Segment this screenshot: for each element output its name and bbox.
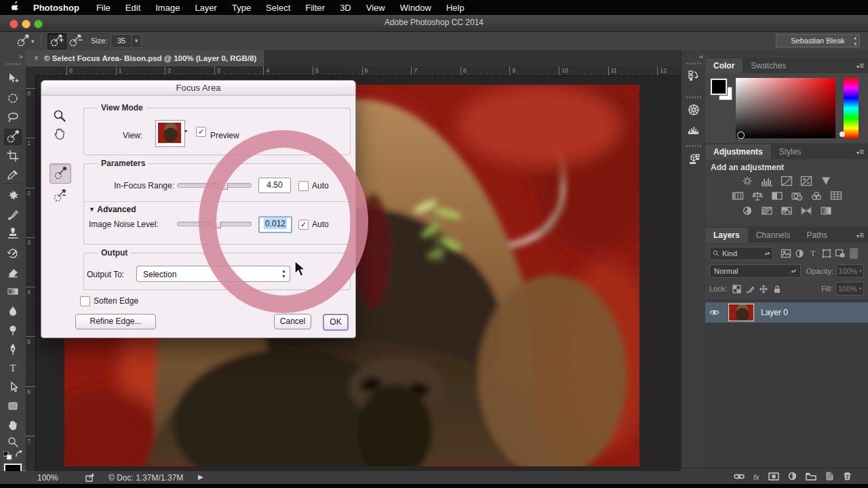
hue-ramp[interactable] (844, 78, 859, 138)
menu-item[interactable]: Edit (118, 3, 148, 13)
dodge-tool[interactable] (4, 322, 22, 338)
photo-filter-icon[interactable] (790, 190, 804, 201)
status-expand-icon[interactable]: ▶ (198, 473, 203, 481)
curves-icon[interactable] (780, 175, 793, 186)
menu-item[interactable]: Help (439, 3, 472, 13)
dialog-hand-tool-icon[interactable] (51, 125, 68, 142)
menu-item[interactable]: Filter (298, 3, 332, 13)
menu-item[interactable]: Photoshop (26, 3, 89, 13)
type-tool[interactable]: T (4, 360, 22, 376)
soften-edge-checkbox[interactable] (80, 296, 90, 306)
image-noise-level-field[interactable]: 0.012 (258, 216, 292, 233)
tab-paths[interactable]: Paths (798, 228, 835, 243)
in-focus-range-field[interactable]: 4.50 (258, 178, 291, 193)
foreground-color-chip[interactable] (711, 79, 727, 95)
quick-selection-preset-icon[interactable] (16, 35, 30, 48)
view-dropdown-caret-icon[interactable]: ▾ (184, 128, 187, 134)
marquee-tool[interactable] (4, 90, 22, 106)
tab-adjustments[interactable]: Adjustments (705, 144, 771, 159)
advanced-disclosure[interactable]: ▼ Advanced (89, 205, 136, 214)
layer-name[interactable]: Layer 0 (761, 308, 788, 317)
tools-grip[interactable] (5, 63, 20, 65)
move-tool[interactable] (4, 70, 22, 87)
expand-tools-icon[interactable]: » (19, 52, 23, 60)
blur-tool[interactable] (4, 303, 22, 319)
menu-item[interactable]: Window (393, 3, 439, 13)
strip-grip[interactable] (686, 145, 701, 147)
posterize-icon[interactable] (760, 205, 774, 216)
tab-swatches[interactable]: Swatches (743, 58, 794, 73)
cancel-button[interactable]: Cancel (274, 314, 311, 329)
eraser-tool[interactable] (4, 264, 22, 281)
gradient-map-icon[interactable] (800, 205, 813, 216)
channel-mixer-icon[interactable] (810, 190, 823, 201)
lock-transparency-icon[interactable] (730, 283, 743, 295)
vibrance-icon[interactable] (819, 175, 833, 186)
tab-color[interactable]: Color (705, 58, 743, 73)
brush-tool[interactable] (4, 207, 22, 223)
color-field-picker[interactable] (737, 131, 745, 139)
horizontal-ruler[interactable]: 0123456789101112 (36, 66, 681, 76)
link-layers-icon[interactable] (734, 471, 745, 483)
lock-position-icon[interactable] (757, 283, 770, 295)
disclosure-triangle-icon[interactable]: ▼ (89, 206, 95, 213)
levels-icon[interactable] (760, 175, 774, 186)
color-lookup-icon[interactable] (829, 190, 843, 201)
filtering-toggle[interactable] (850, 248, 858, 259)
opacity-field[interactable]: 100%▾ (836, 264, 864, 278)
brush-size-field[interactable]: 35 (111, 34, 132, 48)
invert-icon[interactable] (741, 205, 754, 216)
3d-panel-icon[interactable] (686, 150, 702, 167)
navigator-panel-icon[interactable] (686, 102, 702, 118)
document-tab[interactable]: × © Select Focus Area- Bison.psd @ 100% … (26, 50, 265, 66)
add-to-selection-brush-button[interactable] (47, 33, 66, 49)
strip-grip[interactable] (686, 96, 701, 98)
dialog-title[interactable]: Focus Area (41, 81, 355, 96)
gradient-tool[interactable] (4, 283, 22, 300)
apple-menu-icon[interactable] (5, 1, 26, 14)
filter-type-layers-icon[interactable]: T (806, 248, 820, 260)
focus-area-add-tool-button[interactable] (50, 163, 71, 184)
view-thumbnail-dropdown[interactable] (155, 120, 185, 147)
fill-field[interactable]: 100%▾ (835, 282, 864, 296)
healing-brush-tool[interactable] (4, 187, 22, 203)
history-brush-tool[interactable] (4, 245, 22, 262)
preset-caret-icon[interactable]: ▾ (31, 38, 35, 45)
hand-tool[interactable] (4, 417, 22, 433)
histogram-panel-icon[interactable] (686, 122, 702, 138)
filter-adjustment-layers-icon[interactable] (793, 248, 806, 260)
path-selection-tool[interactable] (4, 379, 22, 395)
filter-pixel-layers-icon[interactable] (779, 248, 793, 260)
lock-all-icon[interactable] (770, 283, 784, 295)
focus-area-subtract-tool-button[interactable] (51, 188, 68, 204)
share-icon[interactable] (85, 473, 96, 484)
refine-edge-button[interactable]: Refine Edge... (75, 314, 156, 329)
new-layer-icon[interactable] (825, 471, 834, 483)
workspace-switcher[interactable]: Sebastian Bleak ▴▾ (776, 34, 860, 47)
selective-color-icon[interactable] (819, 205, 833, 216)
layers-panel-menu-icon[interactable]: ▾≡ (856, 230, 864, 240)
in-focus-range-slider[interactable] (177, 183, 252, 188)
default-colors-icon[interactable] (3, 451, 14, 464)
strip-grip[interactable] (686, 62, 701, 64)
output-to-select[interactable]: Selection ▲▼ (136, 266, 290, 282)
filter-shape-layers-icon[interactable] (820, 248, 833, 260)
layer-style-fx-icon[interactable]: fx (753, 473, 760, 481)
menu-item[interactable]: Image (148, 3, 187, 13)
hue-ramp-picker[interactable] (840, 131, 845, 137)
eyedropper-tool[interactable] (4, 167, 22, 183)
adjustments-panel-menu-icon[interactable]: ▾≡ (856, 147, 864, 157)
threshold-icon[interactable] (780, 205, 793, 216)
color-panel-menu-icon[interactable]: ▾≡ (856, 61, 864, 70)
clone-stamp-tool[interactable] (4, 226, 22, 242)
history-panel-icon[interactable] (686, 68, 702, 84)
delete-layer-icon[interactable] (843, 471, 852, 483)
in-focus-auto-checkbox[interactable] (298, 181, 309, 191)
collapse-panels-icon[interactable]: « (699, 52, 703, 60)
filter-smart-objects-icon[interactable] (833, 248, 847, 260)
black-white-icon[interactable] (770, 190, 784, 201)
exposure-icon[interactable] (800, 175, 813, 186)
size-dropdown-button[interactable]: ▾ (131, 34, 142, 48)
menu-item[interactable]: Layer (187, 3, 224, 13)
tab-layers[interactable]: Layers (705, 228, 748, 243)
